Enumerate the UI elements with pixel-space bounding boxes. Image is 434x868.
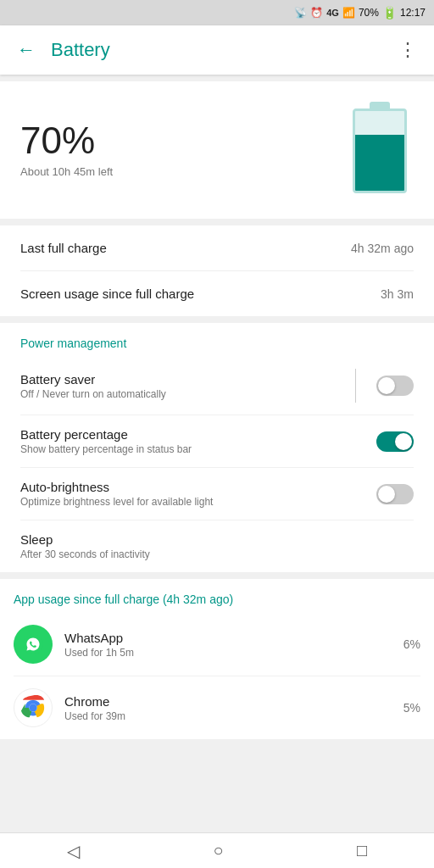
power-management-header: Power management bbox=[20, 323, 414, 357]
back-button[interactable]: ← bbox=[10, 32, 42, 68]
battery-icon-status: 🔋 bbox=[382, 6, 397, 19]
auto-brightness-info: Auto-brightness Optimize brightness leve… bbox=[20, 480, 366, 508]
network-4g-icon: 4G bbox=[326, 8, 339, 18]
nav-recent-button[interactable]: □ bbox=[340, 834, 384, 867]
status-icons: 📡 ⏰ 4G 📶 70% 🔋 12:17 bbox=[294, 6, 426, 19]
battery-summary-card: 70% About 10h 45m left bbox=[0, 81, 434, 219]
auto-brightness-row: Auto-brightness Optimize brightness leve… bbox=[20, 468, 414, 520]
auto-brightness-subtitle: Optimize brightness level for available … bbox=[20, 496, 366, 508]
battery-visual bbox=[346, 102, 414, 195]
battery-time-left: About 10h 45m left bbox=[20, 165, 113, 178]
power-management-section: Power management Battery saver Off / Nev… bbox=[0, 323, 434, 572]
chrome-info: Chrome Used for 39m bbox=[64, 694, 397, 722]
chrome-name: Chrome bbox=[64, 694, 397, 709]
battery-saver-title: Battery saver bbox=[20, 372, 345, 387]
battery-percentage: 70% bbox=[20, 120, 113, 162]
chrome-usage: Used for 39m bbox=[64, 710, 397, 722]
battery-saver-row: Battery saver Off / Never turn on automa… bbox=[20, 357, 414, 415]
svg-point-2 bbox=[29, 704, 36, 711]
app-row-chrome[interactable]: Chrome Used for 39m 5% bbox=[14, 676, 420, 739]
battery-text: 70% About 10h 45m left bbox=[20, 120, 113, 178]
app-usage-section: App usage since full charge (4h 32m ago)… bbox=[0, 579, 434, 739]
battery-saver-info: Battery saver Off / Never turn on automa… bbox=[20, 372, 345, 400]
battery-percentage-toggle[interactable] bbox=[376, 431, 414, 452]
status-bar: 📡 ⏰ 4G 📶 70% 🔋 12:17 bbox=[0, 0, 434, 25]
battery-percentage-row: Battery percentage Show battery percenta… bbox=[20, 415, 414, 468]
toggle-knob bbox=[378, 486, 395, 503]
toggle-knob bbox=[395, 433, 412, 450]
whatsapp-usage: Used for 1h 5m bbox=[64, 647, 397, 659]
bottom-nav: ◁ ○ □ bbox=[0, 832, 434, 868]
battery-percentage-toggle-wrap[interactable] bbox=[376, 431, 414, 452]
chrome-icon bbox=[14, 688, 53, 727]
page-title: Battery bbox=[51, 39, 392, 61]
last-charge-label: Last full charge bbox=[20, 241, 107, 255]
nav-home-button[interactable]: ○ bbox=[196, 834, 240, 867]
alarm-icon: ⏰ bbox=[310, 7, 323, 19]
sleep-subtitle: After 30 seconds of inactivity bbox=[20, 548, 414, 560]
battery-saver-subtitle: Off / Never turn on automatically bbox=[20, 388, 345, 400]
screen-usage-value: 3h 3m bbox=[381, 287, 414, 301]
app-row-whatsapp[interactable]: WhatsApp Used for 1h 5m 6% bbox=[14, 613, 420, 676]
auto-brightness-toggle[interactable] bbox=[376, 484, 414, 504]
auto-brightness-toggle-wrap[interactable] bbox=[376, 484, 414, 504]
last-charge-value: 4h 32m ago bbox=[351, 242, 414, 255]
whatsapp-percent: 6% bbox=[403, 637, 420, 651]
battery-saver-control bbox=[355, 369, 366, 403]
battery-percentage-title: Battery percentage bbox=[20, 427, 366, 442]
more-options-button[interactable]: ⋮ bbox=[392, 32, 424, 68]
stats-card: Last full charge 4h 32m ago Screen usage… bbox=[0, 225, 434, 316]
toggle-knob bbox=[378, 377, 395, 394]
sleep-title: Sleep bbox=[20, 532, 414, 547]
app-usage-header: App usage since full charge (4h 32m ago) bbox=[14, 579, 420, 613]
battery-terminal bbox=[370, 102, 390, 108]
stat-row-last-charge: Last full charge 4h 32m ago bbox=[20, 225, 414, 271]
sleep-row[interactable]: Sleep After 30 seconds of inactivity bbox=[20, 520, 414, 572]
sleep-info: Sleep After 30 seconds of inactivity bbox=[20, 532, 414, 560]
cast-icon: 📡 bbox=[294, 7, 307, 19]
chrome-percent: 5% bbox=[403, 701, 420, 715]
battery-percentage-subtitle: Show battery percentage in status bar bbox=[20, 443, 366, 455]
whatsapp-info: WhatsApp Used for 1h 5m bbox=[64, 631, 397, 659]
stat-row-screen-usage: Screen usage since full charge 3h 3m bbox=[20, 271, 414, 316]
clock: 12:17 bbox=[400, 7, 426, 19]
auto-brightness-title: Auto-brightness bbox=[20, 480, 366, 494]
app-bar: ← Battery ⋮ bbox=[0, 25, 434, 75]
battery-status-text: 70% bbox=[359, 7, 379, 19]
battery-saver-toggle[interactable] bbox=[376, 376, 414, 396]
battery-fill bbox=[355, 135, 404, 191]
whatsapp-name: WhatsApp bbox=[64, 631, 397, 645]
battery-body bbox=[353, 108, 407, 193]
signal-icon: 📶 bbox=[342, 7, 355, 19]
battery-icon bbox=[353, 102, 407, 193]
whatsapp-icon bbox=[14, 625, 53, 664]
nav-back-button[interactable]: ◁ bbox=[50, 834, 97, 868]
divider bbox=[355, 369, 356, 403]
battery-percentage-info: Battery percentage Show battery percenta… bbox=[20, 427, 366, 455]
battery-saver-toggle-wrap[interactable] bbox=[376, 376, 414, 396]
screen-usage-label: Screen usage since full charge bbox=[20, 287, 194, 301]
